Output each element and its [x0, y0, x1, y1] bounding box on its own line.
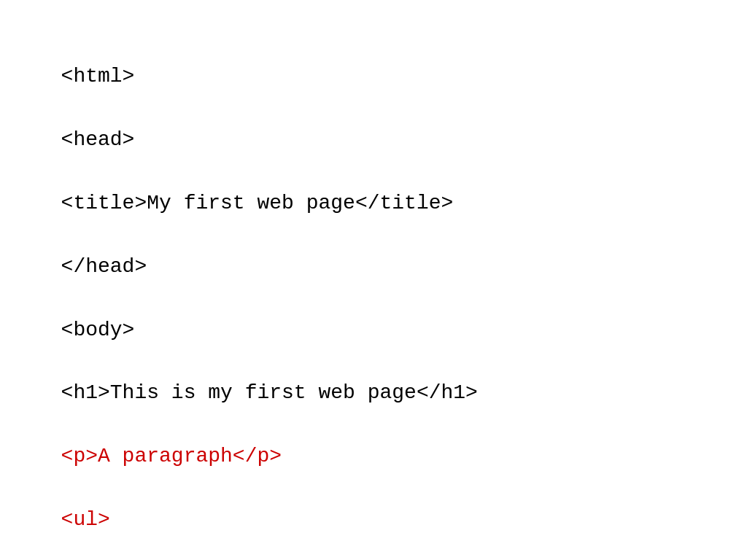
code-line-6: <h1>This is my first web page</h1>: [61, 381, 478, 404]
code-line-1: <html>: [61, 65, 135, 88]
code-line-2: <head>: [61, 128, 135, 151]
code-line-5: <body>: [61, 319, 135, 341]
code-line-3: <title>My first web page</title>: [61, 192, 454, 214]
code-line-4: </head>: [61, 255, 147, 278]
code-display: <html> <head> <title>My first web page</…: [36, 29, 711, 560]
code-line-8: <ul>: [61, 508, 110, 531]
code-line-7: <p>A paragraph</p>: [61, 445, 282, 467]
